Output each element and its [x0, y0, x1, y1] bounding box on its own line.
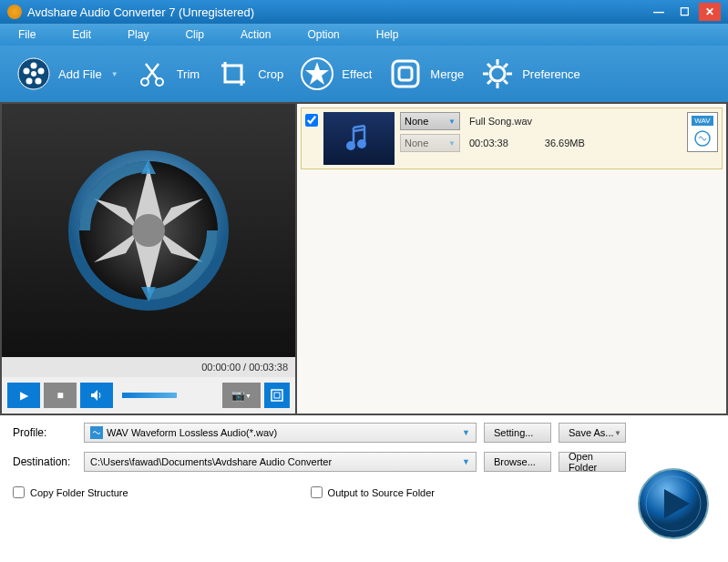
merge-button[interactable]: Merge	[388, 56, 464, 91]
save-as-button[interactable]: Save As...▼	[559, 423, 626, 443]
menu-option[interactable]: Option	[307, 28, 339, 41]
file-duration: 00:03:38	[469, 138, 508, 148]
menu-bar: File Edit Play Clip Action Option Help	[0, 24, 728, 46]
main-area: 00:00:00 / 00:03:38 ▶ ■ 📷▼ None Fu	[0, 102, 728, 415]
svg-line-19	[504, 64, 508, 67]
titlebar: Avdshare Audio Converter 7 (Unregistered…	[0, 0, 728, 24]
file-name: Full Song.wav	[469, 116, 532, 127]
file-row[interactable]: None Full Song.wav None 00:03:38 36.69MB…	[301, 107, 723, 169]
destination-label: Destination:	[13, 455, 77, 468]
svg-point-5	[24, 68, 30, 75]
svg-point-28	[346, 141, 355, 150]
time-display: 00:00:00 / 00:03:38	[2, 357, 295, 377]
destination-dropdown[interactable]: C:\Users\fawad\Documents\Avdshare Audio …	[84, 452, 477, 472]
profile-dropdown[interactable]: WAV Waveform Lossless Audio(*.wav)	[84, 423, 477, 443]
menu-play[interactable]: Play	[128, 28, 149, 41]
browse-button[interactable]: Browse...	[484, 452, 551, 472]
preview-pane: 00:00:00 / 00:03:38 ▶ ■ 📷▼	[2, 104, 297, 414]
menu-file[interactable]: File	[18, 28, 36, 41]
svg-rect-11	[399, 67, 412, 80]
minimize-button[interactable]: —	[648, 3, 670, 21]
preview-area	[2, 104, 295, 357]
svg-point-1	[31, 63, 37, 69]
maximize-button[interactable]: ☐	[673, 3, 695, 21]
volume-slider[interactable]	[122, 393, 177, 398]
destination-value: C:\Users\fawad\Documents\Avdshare Audio …	[90, 456, 332, 467]
star-icon	[300, 56, 334, 91]
preference-button[interactable]: Preference	[480, 56, 580, 91]
profile-value: WAV Waveform Lossless Audio(*.wav)	[107, 427, 277, 438]
svg-rect-27	[274, 393, 280, 398]
bottom-panel: Profile: WAV Waveform Lossless Audio(*.w…	[0, 415, 728, 506]
scissors-icon	[135, 56, 169, 91]
gear-icon	[480, 56, 515, 91]
fullscreen-button[interactable]	[264, 383, 290, 408]
wav-icon	[90, 426, 103, 439]
svg-line-17	[487, 64, 491, 67]
svg-rect-10	[393, 61, 418, 87]
svg-line-20	[487, 80, 491, 84]
copy-folder-checkbox[interactable]: Copy Folder Structure	[13, 486, 128, 498]
audio-dropdown[interactable]: None	[400, 134, 460, 152]
svg-rect-26	[272, 390, 282, 401]
svg-point-6	[31, 71, 36, 77]
close-button[interactable]: ✕	[699, 3, 721, 21]
svg-line-18	[504, 80, 508, 84]
svg-point-29	[357, 139, 366, 148]
add-file-button[interactable]: Add File▼	[16, 56, 118, 91]
trim-label: Trim	[177, 67, 200, 81]
window-title: Avdshare Audio Converter 7 (Unregistered…	[27, 5, 644, 19]
menu-edit[interactable]: Edit	[72, 28, 91, 41]
stop-button[interactable]: ■	[44, 383, 77, 408]
crop-label: Crop	[258, 67, 283, 81]
open-folder-button[interactable]: Open Folder	[559, 452, 626, 472]
svg-point-4	[26, 78, 33, 85]
preference-label: Preference	[522, 67, 580, 81]
reel-graphic	[57, 139, 240, 322]
file-meta: None Full Song.wav None 00:03:38 36.69MB	[400, 112, 682, 152]
film-reel-icon	[16, 56, 51, 91]
menu-clip[interactable]: Clip	[185, 28, 204, 41]
subtitle-dropdown[interactable]: None	[400, 112, 460, 130]
effect-button[interactable]: Effect	[300, 56, 372, 91]
toolbar: Add File▼ Trim Crop Effect Merge Prefere…	[0, 46, 728, 102]
format-label: WAV	[692, 116, 713, 126]
file-size: 36.69MB	[545, 138, 585, 148]
svg-point-3	[36, 78, 42, 85]
svg-point-12	[490, 66, 505, 81]
profile-label: Profile:	[13, 426, 77, 439]
file-list: None Full Song.wav None 00:03:38 36.69MB…	[297, 104, 726, 414]
crop-icon	[216, 56, 251, 91]
menu-help[interactable]: Help	[376, 28, 399, 41]
merge-icon	[388, 56, 423, 91]
trim-button[interactable]: Trim	[135, 56, 200, 91]
playback-controls: ▶ ■ 📷▼	[2, 377, 295, 414]
file-checkbox[interactable]	[305, 114, 318, 127]
effect-label: Effect	[342, 67, 372, 81]
snapshot-button[interactable]: 📷▼	[222, 383, 261, 408]
convert-button[interactable]	[637, 467, 710, 540]
volume-button[interactable]	[80, 383, 113, 408]
caret-down-icon: ▼	[111, 70, 118, 78]
app-icon	[7, 5, 22, 19]
merge-label: Merge	[430, 67, 464, 81]
menu-action[interactable]: Action	[241, 28, 271, 41]
add-file-label: Add File	[58, 67, 102, 81]
crop-button[interactable]: Crop	[216, 56, 283, 91]
play-button[interactable]: ▶	[7, 383, 40, 408]
setting-button[interactable]: Setting...	[484, 423, 551, 443]
svg-point-23	[132, 214, 165, 247]
format-icon: WAV	[687, 112, 718, 152]
file-thumbnail	[323, 112, 395, 165]
svg-point-2	[38, 68, 45, 75]
output-source-checkbox[interactable]: Output to Source Folder	[311, 486, 435, 498]
